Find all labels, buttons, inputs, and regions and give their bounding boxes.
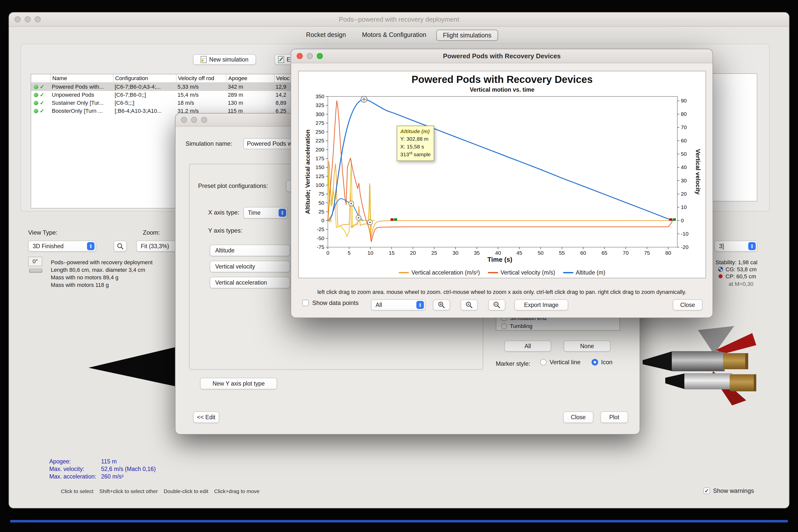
status-ok-icon [34,84,38,89]
svg-text:10: 10 [681,204,687,210]
svg-text:30: 30 [453,250,458,256]
close-window-button[interactable] [15,16,21,22]
view-type-dropdown[interactable]: 3D Finished ▲▼ [28,241,96,252]
table-cell: 342 m [226,84,274,90]
zoom-window-button[interactable] [317,53,323,59]
y-type-altitude[interactable]: Altitude [210,245,290,256]
svg-text:200: 200 [315,147,324,152]
cg-value: CG: 53,8 cm [726,266,757,273]
new-simulation-button[interactable]: New simulation [193,54,256,65]
right-side-panel [708,73,757,202]
zoom-in-button[interactable] [433,299,450,310]
svg-text:-75: -75 [317,244,324,250]
plot-close-button[interactable]: Close [673,299,703,310]
edit-close-button[interactable]: Close [563,412,593,423]
svg-text:20: 20 [410,250,416,256]
zoom-label: Zoom: [143,229,160,236]
zoom-tool-button[interactable] [114,241,127,252]
marker-option-vertical-line[interactable]: Vertical line [540,359,581,366]
tooltip-y-value: Y: 302,88 m [400,135,431,143]
configuration-value: 3] [719,243,724,250]
show-data-points-checkbox[interactable] [302,300,309,306]
plot-dialog: Powered Pods with Recovery Devices Power… [291,49,713,318]
marker-option-icon[interactable]: Icon [592,359,613,366]
svg-text:20: 20 [681,191,687,197]
zoom-window-button[interactable] [35,16,41,22]
svg-text:Time (s): Time (s) [487,256,512,263]
export-image-button[interactable]: Export Image [514,299,568,310]
chevron-up-down-icon: ▲▼ [87,242,94,250]
x-axis-type-dropdown[interactable]: Time ▲▼ [243,207,288,218]
table-cell: [C6-5;;;] [113,100,176,106]
view-type-label: View Type: [28,229,58,236]
zoom-out-button[interactable] [488,299,505,310]
svg-text:75: 75 [319,191,324,197]
tab-motors-configuration[interactable]: Motors & Configuration [356,30,432,41]
close-window-button[interactable] [297,53,303,59]
svg-text:70: 70 [623,250,629,256]
max-acceleration-label: Max. acceleration: [49,473,96,480]
chart-title: Powered Pods with Recovery Devices [299,74,706,85]
show-warnings-control[interactable]: ✓ Show warnings [704,487,754,494]
y-axis-types-label: Y axis types: [208,227,242,234]
events-all-button[interactable]: All [504,341,551,352]
plot-dialog-title: Powered Pods with Recovery Devices [291,52,712,60]
events-none-button[interactable]: None [564,341,611,352]
tab-flight-simulations[interactable]: Flight simulations [436,30,498,41]
y-type-vertical-acceleration[interactable]: Vertical acceleration [210,277,290,288]
desktop: { "window": { "title": "Pods--powered wi… [0,0,798,532]
events-all-label: All [524,343,531,350]
new-y-axis-plot-type-button[interactable]: New Y axis plot type [200,378,277,389]
edit-back-button[interactable]: << Edit [193,412,219,423]
tab-rocket-design[interactable]: Rocket design [300,30,352,41]
configuration-dropdown[interactable]: 3] ▲▼ [714,241,757,252]
y-type-vertical-velocity[interactable]: Vertical velocity [210,261,290,272]
zoom-reset-button[interactable] [460,299,478,310]
branch-dropdown[interactable]: All ▲▼ [371,299,425,310]
zoom-reset-icon [465,301,473,309]
event-item-tumbling[interactable]: Tumbling [501,323,532,329]
column-header-apogee[interactable]: Apogee [226,74,274,82]
column-header-status[interactable] [31,74,50,82]
radio-icon[interactable] [592,359,598,365]
minimize-window-button[interactable] [191,117,197,123]
main-tabbar: Rocket designMotors & ConfigurationFligh… [9,30,789,41]
radio-vertical-line[interactable] [540,359,547,365]
column-header-velocity-off-rod[interactable]: Velocity off rod [176,74,226,82]
table-cell: 5,33 m/s [176,84,226,90]
rotation-slider[interactable] [29,269,42,273]
cg-icon [718,267,723,272]
plot-button[interactable]: Plot [600,412,628,423]
table-cell: 289 m [226,92,274,98]
svg-text:15: 15 [389,250,395,256]
bottom-accent-bar [10,520,788,522]
flight-plot-chart[interactable]: 0510152025303540455055606570758035032530… [299,94,706,266]
svg-text:0: 0 [681,217,684,223]
show-data-points-control[interactable]: Show data points [302,299,359,306]
max-velocity-label: Max. velocity: [49,466,84,473]
tooltip-series-name: Altitude (m) [400,128,431,135]
table-cell: Powered Pods with... [50,84,113,90]
close-window-button[interactable] [181,117,187,123]
event-checkbox[interactable] [501,324,507,329]
legend-swatch [399,272,409,273]
minimize-window-button[interactable] [25,16,31,22]
rocket-3d-render[interactable] [638,325,758,411]
cp-icon [719,274,723,278]
table-cell: 15,4 m/s [176,92,226,98]
zoom-window-button[interactable] [201,117,207,123]
svg-text:35: 35 [474,250,480,256]
rotation-angle-box: 0° [28,257,42,266]
svg-text:40: 40 [681,164,687,170]
svg-text:50: 50 [538,250,544,256]
svg-text:80: 80 [665,250,671,256]
stability-value: Stability: 1,98 cal [715,259,757,266]
export-image-label: Export Image [524,302,559,308]
status-ok-icon [34,101,38,105]
column-header-configuration[interactable]: Configuration [113,74,176,82]
edit-close-label: Close [571,414,586,421]
show-warnings-checkbox[interactable]: ✓ [704,488,710,494]
column-header-name[interactable]: Name [50,74,113,82]
minimize-window-button[interactable] [307,53,313,59]
legend-label: Vertical velocity (m/s) [501,269,555,276]
